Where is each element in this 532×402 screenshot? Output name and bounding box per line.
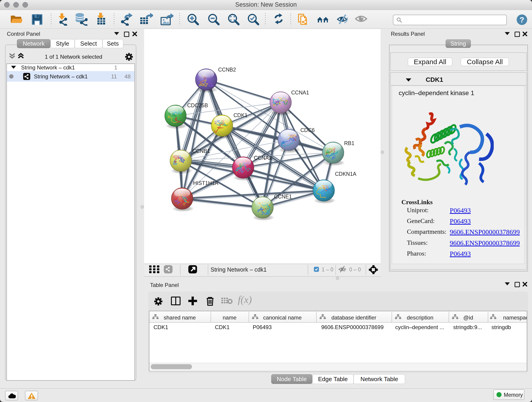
svg-text:CDK1: CDK1 <box>234 112 247 118</box>
svg-text:CCNB1: CCNB1 <box>192 148 210 154</box>
svg-text:HIST1H1A: HIST1H1A <box>193 180 219 186</box>
svg-text:CCNB2: CCNB2 <box>218 67 236 73</box>
svg-text:CCNA1: CCNA1 <box>291 89 309 96</box>
svg-text:CDC6: CDC6 <box>300 127 315 133</box>
svg-text:CCNA2: CCNA2 <box>254 155 272 161</box>
svg-text:CCNE1: CCNE1 <box>274 194 292 200</box>
svg-text:RB1: RB1 <box>344 140 355 146</box>
svg-text:CDC25B: CDC25B <box>187 102 208 108</box>
svg-text:CDKN1A: CDKN1A <box>335 171 356 177</box>
